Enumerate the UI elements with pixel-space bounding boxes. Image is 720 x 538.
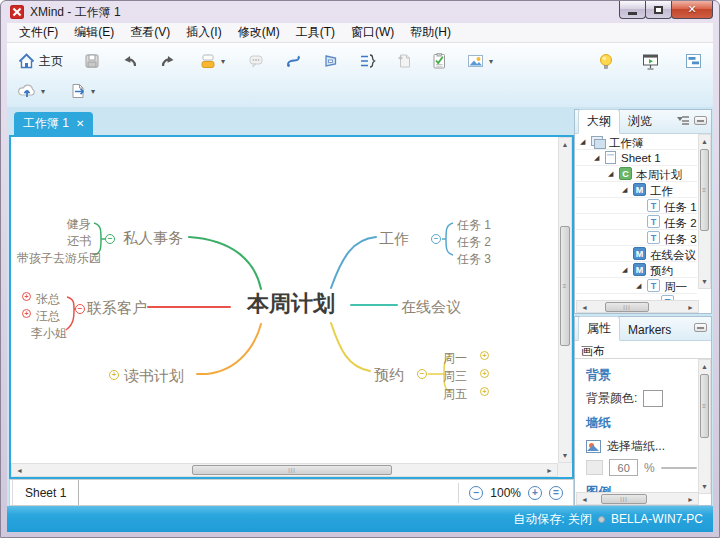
boundary-button[interactable] (320, 50, 342, 72)
opacity-input[interactable]: 60 (609, 459, 638, 476)
topic-central[interactable]: 本周计划 (229, 289, 353, 319)
subtopic-task-2[interactable]: 任务 2 (457, 234, 491, 251)
zoom-out-button[interactable]: − (469, 486, 483, 500)
scroll-right-icon[interactable]: ► (687, 496, 694, 503)
minimize-button[interactable] (619, 1, 646, 19)
expand-handle-wednesday[interactable]: + (480, 369, 489, 378)
scrollbar-thumb[interactable]: ≡ (700, 149, 709, 231)
subtopic-wednesday[interactable]: 周三 (443, 368, 467, 385)
mindmap-canvas[interactable]: 本周计划 私人事务 健身 还书 带孩子去游乐园 − 联系客户 张总 汪总 李小姐… (11, 137, 558, 463)
export-button[interactable]: ▾ (67, 80, 97, 102)
tree-row-task3[interactable]: T 任务 3 (576, 230, 697, 246)
subtopic-task-1[interactable]: 任务 1 (457, 217, 491, 234)
subtopic-fitness[interactable]: 健身 (61, 216, 91, 233)
scroll-down-icon[interactable]: ▼ (699, 483, 710, 490)
tab-close-icon[interactable]: ✕ (76, 118, 84, 129)
task-button[interactable] (428, 50, 450, 72)
collapse-handle-contacts[interactable]: − (75, 304, 85, 314)
collapse-handle-personal[interactable]: − (105, 234, 115, 244)
expander-icon[interactable]: ◢ (622, 186, 627, 194)
expand-handle-monday[interactable]: + (480, 351, 489, 360)
summary-button[interactable] (356, 50, 378, 72)
subtopic-zhang[interactable]: 张总 (36, 291, 60, 308)
expand-handle-wang[interactable]: + (22, 309, 31, 318)
tree-row-task2[interactable]: T 任务 2 (576, 214, 697, 230)
subtopic-wang[interactable]: 汪总 (36, 308, 60, 325)
scroll-right-icon[interactable]: ► (687, 304, 694, 311)
scrollbar-thumb[interactable]: ||| (192, 465, 392, 475)
subtopic-task-3[interactable]: 任务 3 (457, 251, 491, 268)
tab-workbook-1[interactable]: 工作簿 1 ✕ (14, 112, 93, 135)
menu-item-window[interactable]: 窗口(W) (343, 22, 402, 43)
tree-row-appointment[interactable]: ◢ M 预约 (576, 262, 697, 278)
collapse-handle-appointment[interactable]: − (417, 369, 427, 379)
menu-item-modify[interactable]: 修改(M) (230, 22, 288, 43)
minimize-panel-icon[interactable] (694, 323, 707, 332)
relationship-button[interactable] (283, 50, 306, 72)
collapse-handle-work[interactable]: − (431, 234, 441, 244)
outline-vertical-scrollbar[interactable]: ▲ ▼ ≡ (698, 134, 711, 289)
comment-button[interactable] (245, 50, 267, 72)
topic-contacts[interactable]: 联系客户 (87, 299, 147, 318)
choose-wallpaper-link[interactable]: 选择墙纸... (607, 438, 665, 455)
expander-icon[interactable]: ◢ (608, 170, 613, 178)
topic-personal[interactable]: 私人事务 (123, 229, 183, 248)
title-bar[interactable]: XMind - 工作簿 1 (1, 1, 719, 23)
menu-item-edit[interactable]: 编辑(E) (66, 22, 122, 43)
expander-icon[interactable]: ◢ (594, 154, 599, 162)
expand-handle-reading[interactable]: + (109, 370, 119, 380)
scroll-down-icon[interactable]: ▼ (559, 452, 571, 459)
expand-handle-zhang[interactable]: + (22, 292, 31, 301)
tree-row-workbook[interactable]: ◢ 工作簿 (576, 134, 697, 150)
view-menu-icon[interactable] (677, 116, 689, 126)
home-button[interactable]: 主页 (15, 50, 65, 72)
canvas-vertical-scrollbar[interactable]: ▲ ▼ ≡ (558, 137, 572, 463)
scroll-left-icon[interactable]: ◄ (16, 467, 23, 474)
scroll-up-icon[interactable]: ▲ (699, 363, 710, 370)
notes-button[interactable] (393, 50, 415, 72)
subtopic-return-book[interactable]: 还书 (61, 233, 91, 250)
topic-reading[interactable]: 读书计划 (124, 367, 184, 386)
subtopic-monday[interactable]: 周一 (443, 350, 467, 367)
scroll-left-icon[interactable]: ◄ (581, 304, 588, 311)
tab-properties[interactable]: 属性 (578, 316, 620, 341)
scroll-left-icon[interactable]: ◄ (581, 496, 588, 503)
scroll-up-icon[interactable]: ▲ (699, 138, 710, 145)
scroll-down-icon[interactable]: ▼ (699, 278, 710, 285)
presentation-button[interactable] (639, 50, 662, 73)
tree-row-meeting[interactable]: M 在线会议 (576, 246, 697, 262)
undo-button[interactable] (119, 50, 141, 72)
share-button[interactable]: ▾ (15, 80, 47, 102)
close-button[interactable]: ✕ (671, 1, 713, 19)
scrollbar-thumb[interactable]: ||| (605, 302, 649, 312)
image-button[interactable]: ▾ (464, 50, 495, 72)
idea-button[interactable] (595, 50, 617, 73)
gantt-button[interactable] (682, 50, 705, 72)
topic-meeting[interactable]: 在线会议 (401, 298, 461, 317)
background-color-swatch[interactable] (643, 390, 663, 407)
menu-item-insert[interactable]: 插入(I) (178, 22, 229, 43)
expander-icon[interactable]: ◢ (580, 138, 585, 146)
minimize-panel-icon[interactable] (694, 116, 707, 125)
tab-browse[interactable]: 浏览 (620, 110, 660, 133)
redo-button[interactable] (157, 50, 179, 72)
save-button[interactable] (81, 50, 103, 72)
scrollbar-thumb[interactable]: ≡ (560, 226, 570, 346)
outline-horizontal-scrollbar[interactable]: ◄ ► ||| (576, 300, 699, 313)
maximize-button[interactable] (645, 1, 672, 19)
scrollbar-thumb[interactable]: ||| (601, 494, 647, 504)
expander-icon[interactable]: ◢ (622, 266, 627, 274)
scroll-up-icon[interactable]: ▲ (559, 141, 571, 148)
sheet-tab-1[interactable]: Sheet 1 (12, 480, 79, 505)
menu-item-help[interactable]: 帮助(H) (402, 22, 459, 43)
opacity-slider[interactable] (661, 467, 697, 469)
tree-row-sheet[interactable]: ◢ Sheet 1 (576, 150, 697, 166)
menu-item-file[interactable]: 文件(F) (11, 22, 66, 43)
tree-row-monday[interactable]: ◢ T 周一 (576, 278, 697, 294)
menu-item-view[interactable]: 查看(V) (122, 22, 178, 43)
scrollbar-thumb[interactable]: ≡ (700, 374, 709, 438)
tree-row-task1[interactable]: T 任务 1 (576, 198, 697, 214)
tree-row-central[interactable]: ◢ C 本周计划 (576, 166, 697, 182)
properties-vertical-scrollbar[interactable]: ▲ ▼ ≡ (698, 359, 711, 494)
expand-handle-friday[interactable]: + (480, 387, 489, 396)
